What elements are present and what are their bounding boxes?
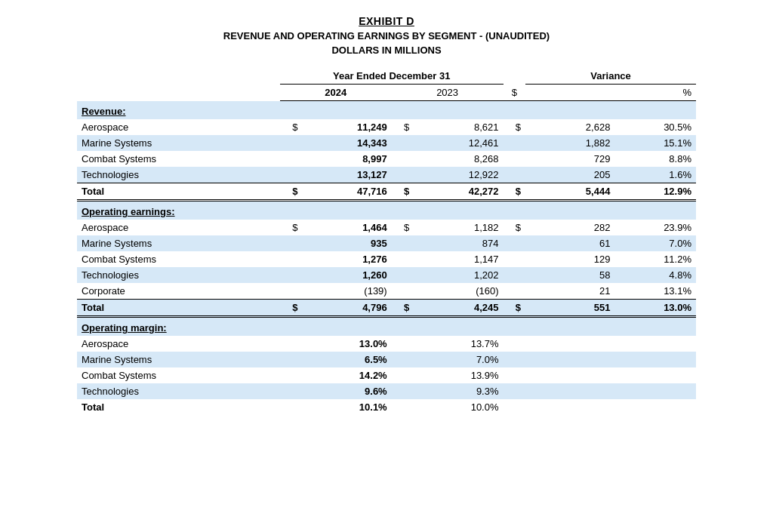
val-2024: 6.5% (302, 352, 391, 367)
segment-label: Aerospace (77, 119, 280, 135)
dollar-sign2: $ (392, 183, 414, 201)
dollar-sign2: $ (392, 300, 414, 317)
val-2024: 4,796 (302, 300, 391, 317)
segment-label: Marine Systems (77, 235, 280, 251)
segment-label: Marine Systems (77, 135, 280, 151)
revenue-tech-row: Technologies 13,127 12,922 205 1.6% (77, 167, 696, 183)
revenue-total-row: Total $ 47,716 $ 42,272 $ 5,444 12.9% (77, 183, 696, 201)
val-2024: 1,464 (302, 220, 391, 235)
empty-col (504, 68, 526, 85)
col-header-group: Year Ended December 31 Variance (77, 68, 696, 85)
val-2024: 13,127 (302, 167, 391, 183)
var-pct-val: 13.1% (614, 283, 696, 300)
dollar-sign3 (504, 151, 526, 167)
dollar-sign2 (392, 135, 414, 151)
val-2023: 1,202 (414, 267, 503, 283)
var-pct-val: 30.5% (614, 119, 696, 135)
var-dollar-val: 282 (525, 220, 614, 235)
var-dollar-header: $ (504, 85, 526, 101)
dollar-sign3 (504, 167, 526, 183)
report-container: EXHIBIT D REVENUE AND OPERATING EARNINGS… (77, 15, 696, 415)
val-2024: 935 (302, 235, 391, 251)
dollar-sign3 (504, 251, 526, 267)
val-2023: 10.0% (414, 399, 503, 415)
var-pct-val: 12.9% (614, 183, 696, 201)
dollar-sign: $ (280, 119, 303, 135)
var-dollar-val: 21 (525, 283, 614, 300)
dollar-sign (280, 135, 303, 151)
dollar-sign (280, 283, 303, 300)
var-dollar-val: 58 (525, 267, 614, 283)
empty-header (77, 68, 280, 85)
val-2024: (139) (302, 283, 391, 300)
dollar-sign2 (392, 283, 414, 300)
report-heading-line2: DOLLARS IN MILLIONS (77, 45, 696, 56)
variance-header: Variance (525, 68, 696, 85)
dollar-sign3 (504, 235, 526, 251)
var-dollar-val: 2,628 (525, 119, 614, 135)
oe-total-row: Total $ 4,796 $ 4,245 $ 551 13.0% (77, 300, 696, 317)
val-2023: 12,461 (414, 135, 503, 151)
val-2023: 874 (414, 235, 503, 251)
var-dollar-val: 61 (525, 235, 614, 251)
var-pct-val: 13.0% (614, 300, 696, 317)
var-dollar-val: 129 (525, 251, 614, 267)
exhibit-label: EXHIBIT D (77, 15, 696, 27)
oe-corporate-row: Corporate (139) (160) 21 13.1% (77, 283, 696, 300)
dollar-sign (280, 167, 303, 183)
empty-subheader (77, 85, 280, 101)
segment-label: Combat Systems (77, 251, 280, 267)
val-2023: (160) (414, 283, 503, 300)
val-2023: 9.3% (414, 383, 503, 399)
dollar-sign3: $ (504, 300, 526, 317)
segment-label: Technologies (77, 383, 280, 399)
var-dollar-val: 5,444 (525, 183, 614, 201)
revenue-label: Revenue: (77, 101, 696, 120)
oe-marine-row: Marine Systems 935 874 61 7.0% (77, 235, 696, 251)
total-label: Total (77, 183, 280, 201)
segment-label: Combat Systems (77, 367, 280, 383)
segment-label: Aerospace (77, 336, 280, 352)
dollar-sign2: $ (392, 220, 414, 235)
val-2024: 14,343 (302, 135, 391, 151)
dollar-sign (280, 267, 303, 283)
oe-tech-row: Technologies 1,260 1,202 58 4.8% (77, 267, 696, 283)
val-2023: 4,245 (414, 300, 503, 317)
val-2024: 14.2% (302, 367, 391, 383)
var-pct-val: 4.8% (614, 267, 696, 283)
dollar-sign3: $ (504, 220, 526, 235)
var-dollar-val: 1,882 (525, 135, 614, 151)
col-subheader: 2024 2023 $ % (77, 85, 696, 101)
revenue-marine-row: Marine Systems 14,343 12,461 1,882 15.1% (77, 135, 696, 151)
val-2023: 8,621 (414, 119, 503, 135)
val-2023: 13.7% (414, 336, 503, 352)
val-2024: 47,716 (302, 183, 391, 201)
var-pct-val: 11.2% (614, 251, 696, 267)
val-2024: 9.6% (302, 383, 391, 399)
segment-label: Combat Systems (77, 151, 280, 167)
oe-aerospace-row: Aerospace $ 1,464 $ 1,182 $ 282 23.9% (77, 220, 696, 235)
var-pct-header: % (614, 85, 696, 101)
report-title: EXHIBIT D REVENUE AND OPERATING EARNINGS… (77, 15, 696, 56)
val-2024: 1,260 (302, 267, 391, 283)
dollar-sign2 (392, 267, 414, 283)
dollar-sign2: $ (392, 119, 414, 135)
segment-label: Technologies (77, 267, 280, 283)
dollar-sign3 (504, 283, 526, 300)
om-tech-row: Technologies 9.6% 9.3% (77, 383, 696, 399)
revenue-aerospace-row: Aerospace $ 11,249 $ 8,621 $ 2,628 30.5% (77, 119, 696, 135)
segment-label: Corporate (77, 283, 280, 300)
om-combat-row: Combat Systems 14.2% 13.9% (77, 367, 696, 383)
segment-label: Technologies (77, 167, 280, 183)
dollar-sign (280, 151, 303, 167)
val-2024: 11,249 (302, 119, 391, 135)
var-dollar-val: 729 (525, 151, 614, 167)
var-pct-val: 23.9% (614, 220, 696, 235)
year-2023-header: 2023 (392, 85, 504, 101)
dollar-sign3 (504, 135, 526, 151)
dollar-sign2 (392, 151, 414, 167)
dollar-sign3: $ (504, 119, 526, 135)
dollar-sign2 (392, 235, 414, 251)
year-ended-header: Year Ended December 31 (280, 68, 504, 85)
var-pct-val: 7.0% (614, 235, 696, 251)
